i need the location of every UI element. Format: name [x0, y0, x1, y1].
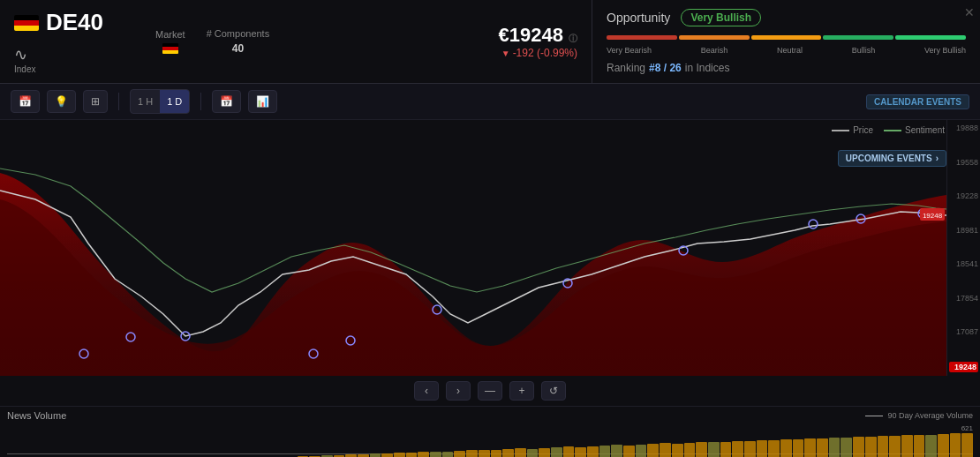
volume-bar [647, 444, 659, 457]
sentiment-legend: Sentiment [884, 125, 945, 135]
pan-left-button[interactable]: ‹ [414, 381, 439, 401]
y-label-2: 19558 [949, 158, 978, 167]
volume-bar [551, 447, 562, 457]
opportunity-labels: Very Bearish Bearish Neutral Bullish Ver… [607, 46, 966, 55]
volume-bar [394, 453, 405, 457]
volume-bar [527, 449, 539, 457]
volume-bar [757, 440, 768, 457]
volume-bar [381, 453, 393, 457]
vol-legend-label: 90 Day Average Volume [888, 411, 973, 420]
sentiment-area-inner [0, 199, 946, 376]
y-label-6: 17854 [949, 294, 978, 303]
date-tool-button[interactable]: 📅 [212, 90, 241, 113]
news-vol-title: News Volume [7, 410, 66, 421]
timeframe-group: 1 H 1 D [130, 89, 190, 114]
chart-container: Price Sentiment UPCOMING EVENTS › [0, 120, 980, 376]
volume-bar [708, 442, 720, 457]
news-volume-section: News Volume 90 Day Average Volume 621 +7… [0, 406, 980, 457]
bar-very-bullish [895, 35, 966, 40]
info-tool-button[interactable]: 💡 [47, 90, 76, 113]
opportunity-bar [607, 35, 966, 40]
volume-bar [901, 435, 913, 457]
volume-bar [914, 435, 925, 457]
change-arrow: ▼ [501, 49, 510, 58]
timeframe-1h[interactable]: 1 H [131, 90, 160, 113]
vol-legend-line [865, 416, 883, 416]
volume-bar [502, 449, 514, 457]
sentiment-legend-line [884, 130, 901, 131]
volume-bar [804, 438, 816, 457]
volume-bar [479, 450, 490, 457]
price-legend-line [832, 130, 849, 131]
price-section: €19248 ⓘ ▼ -192 (-0.99%) [450, 0, 592, 83]
volume-bar [780, 439, 792, 457]
index-type: ∿ Index [14, 45, 35, 74]
sentiment-legend-label: Sentiment [905, 125, 945, 135]
market-meta: Market [155, 29, 185, 54]
ranking-suffix: in Indices [685, 62, 730, 74]
volume-bar [575, 447, 586, 457]
close-button[interactable]: ✕ [964, 5, 975, 19]
market-label: Market [155, 29, 185, 40]
volume-bar [454, 451, 465, 457]
price-info-icon[interactable]: ⓘ [569, 34, 577, 43]
toolbar: 📅 💡 ⊞ 1 H 1 D 📅 📊 CALENDAR EVENTS [0, 84, 980, 120]
current-price-tag: 19248 [923, 212, 943, 220]
market-flag [162, 43, 178, 54]
change-value: -192 (-0.99%) [513, 47, 577, 59]
ticker-row: DE40 [14, 9, 127, 36]
nav-controls: ‹ › — + ↺ [0, 376, 980, 406]
volume-bar [599, 446, 611, 457]
y-label-current: 19248 [949, 362, 978, 372]
volume-bar [623, 446, 635, 457]
news-vol-legend: 90 Day Average Volume [865, 411, 973, 420]
ranking-value: #8 / 26 [649, 62, 682, 74]
price-change: ▼ -192 (-0.99%) [501, 47, 577, 59]
pan-right-button[interactable]: › [446, 381, 471, 401]
volume-bar [636, 445, 647, 457]
y-label-5: 18541 [949, 259, 978, 268]
volume-bar [853, 437, 864, 457]
volume-bar [961, 433, 973, 457]
volume-bar [732, 441, 743, 457]
ranking-row: Ranking #8 / 26 in Indices [607, 62, 966, 74]
volume-bar [587, 446, 599, 457]
index-icon: ∿ [14, 45, 35, 64]
y-label-1: 19888 [949, 124, 978, 132]
toolbar-separator-2 [200, 93, 201, 110]
price-legend-label: Price [853, 125, 873, 135]
ticker-name: DE40 [46, 9, 103, 36]
upcoming-events-button[interactable]: UPCOMING EVENTS › [838, 150, 946, 167]
market-type-label: Index [14, 64, 35, 74]
calendar-tool-button[interactable]: 📅 [11, 90, 40, 113]
upcoming-events-label: UPCOMING EVENTS [846, 154, 932, 163]
volume-bar [563, 446, 575, 457]
y-label-3: 19228 [949, 191, 978, 200]
zoom-in-button[interactable]: + [509, 381, 534, 401]
volume-bar [925, 435, 937, 457]
refresh-button[interactable]: ↺ [541, 381, 566, 401]
upcoming-arrow-icon: › [936, 154, 939, 163]
layers-tool-button[interactable]: ⊞ [83, 90, 108, 113]
indicators-button[interactable]: 📊 [248, 90, 277, 113]
price-display: €19248 ⓘ [498, 24, 577, 47]
price-value: €19248 [498, 24, 562, 46]
calendar-events-badge[interactable]: CALENDAR EVENTS [866, 94, 969, 109]
bar-bullish [823, 35, 893, 40]
price-legend: Price [832, 125, 873, 135]
volume-bar [889, 436, 901, 457]
ranking-label: Ranking [607, 62, 645, 74]
zoom-out-button[interactable]: — [478, 381, 502, 401]
volume-bar [865, 437, 877, 457]
volume-bar [466, 450, 478, 457]
volume-bar [878, 436, 889, 457]
volume-bar [696, 442, 707, 457]
volume-bar [418, 452, 429, 457]
volume-bar [491, 450, 502, 457]
timeframe-1d[interactable]: 1 D [160, 90, 189, 113]
volume-bar [370, 453, 381, 457]
datapoint-9 [809, 220, 818, 228]
ticker-section: DE40 ∿ Index [0, 0, 141, 83]
bar-bearish [679, 35, 750, 40]
bar-neutral [751, 35, 822, 40]
